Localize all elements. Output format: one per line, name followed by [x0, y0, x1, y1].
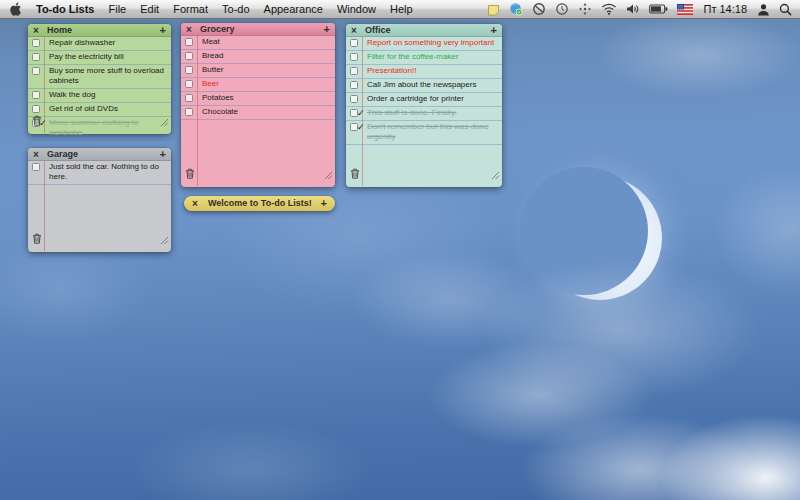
todo-item-text[interactable]: Butter [202, 65, 223, 74]
todo-item-text[interactable]: Report on something very important [367, 38, 494, 47]
spotlight-search-icon[interactable] [779, 0, 792, 19]
note-close-button[interactable]: × [33, 24, 39, 37]
todo-item-text[interactable]: Beer [202, 79, 219, 88]
checkbox-unchecked[interactable] [32, 163, 40, 171]
todo-item-text[interactable]: Call Jim about the newspapers [367, 80, 476, 89]
todo-item-text[interactable]: Don't remember but this was done urgentl… [367, 122, 489, 141]
note-titlebar[interactable]: ×Grocery+ [181, 23, 335, 36]
move-crosshair-icon[interactable] [578, 0, 592, 19]
menu-appearance[interactable]: Appearance [264, 3, 323, 15]
checkbox-unchecked[interactable] [350, 67, 358, 75]
todo-list: Report on something very importantFilter… [346, 37, 502, 145]
todo-item-text[interactable]: Repair dishwasher [49, 38, 115, 47]
checkbox-unchecked[interactable] [185, 38, 193, 46]
volume-icon[interactable] [626, 0, 640, 19]
resize-handle[interactable] [160, 113, 169, 131]
note-add-item-button[interactable]: + [160, 24, 166, 36]
todo-item-text[interactable]: Walk the dog [49, 90, 95, 99]
todo-item-text[interactable]: This stuff is done. Finally. [367, 108, 457, 117]
notes-layer: ×Home+Repair dishwasherPay the electrici… [0, 0, 800, 500]
menu-file[interactable]: File [108, 3, 126, 15]
checkbox-checked[interactable]: ✓ [350, 109, 358, 117]
note-title: Garage [47, 148, 78, 161]
checkbox-checked[interactable]: ✓ [350, 123, 358, 131]
collapsed-note-window[interactable]: ×Welcome to To-do Lists!+ [184, 196, 335, 211]
check-mark-icon: ✓ [357, 122, 365, 132]
note-add-item-button[interactable]: + [324, 23, 330, 35]
note-window[interactable]: ×Grocery+MeatBreadButterBeerPotatoesChoc… [181, 23, 335, 187]
user-icon[interactable] [757, 0, 770, 19]
todo-item-text[interactable]: Filter for the coffee-maker [367, 52, 458, 61]
battery-icon[interactable] [649, 0, 668, 19]
todo-item-text[interactable]: Order a cartridge for printer [367, 94, 464, 103]
note-title: Welcome to To-do Lists! [208, 196, 312, 211]
trash-icon[interactable] [185, 165, 195, 183]
todo-item-row: Walk the dog [28, 89, 171, 103]
note-window[interactable]: ×Office+Report on something very importa… [346, 24, 502, 187]
us-flag-icon[interactable] [677, 0, 693, 19]
todo-item-text[interactable]: Move summer clothing to wardrobe [49, 118, 138, 137]
checkbox-unchecked[interactable] [185, 108, 193, 116]
todo-item-row: ✓Move summer clothing to wardrobe [28, 117, 171, 141]
checkbox-unchecked[interactable] [185, 94, 193, 102]
checkbox-unchecked[interactable] [32, 53, 40, 61]
checkbox-unchecked[interactable] [350, 81, 358, 89]
wifi-icon[interactable] [601, 0, 617, 19]
note-title: Grocery [200, 23, 235, 36]
checkbox-unchecked[interactable] [350, 53, 358, 61]
note-titlebar[interactable]: ×Office+ [346, 24, 502, 37]
note-titlebar[interactable]: ×Home+ [28, 24, 171, 37]
sync-globe-icon[interactable] [509, 0, 523, 19]
note-add-item-button[interactable]: + [491, 24, 497, 36]
todo-item-text[interactable]: Pay the electricity bill [49, 52, 124, 61]
resize-handle[interactable] [324, 166, 333, 184]
do-not-disturb-icon[interactable] [532, 0, 546, 19]
trash-icon[interactable] [32, 112, 42, 130]
todo-item-text[interactable]: Buy some more stuff to overload cabinets [49, 66, 164, 85]
todo-item-text[interactable]: Presentation!! [367, 66, 416, 75]
checkbox-unchecked[interactable] [185, 80, 193, 88]
resize-handle[interactable] [160, 231, 169, 249]
checkbox-unchecked[interactable] [185, 66, 193, 74]
note-close-button[interactable]: × [33, 148, 39, 161]
checkbox-unchecked[interactable] [185, 52, 193, 60]
menu-bar: To-do Lists File Edit Format To-do Appea… [0, 0, 800, 19]
menu-format[interactable]: Format [173, 3, 208, 15]
menu-window[interactable]: Window [337, 3, 376, 15]
todo-item-text[interactable]: Chocolate [202, 107, 238, 116]
note-window[interactable]: ×Home+Repair dishwasherPay the electrici… [28, 24, 171, 134]
checkbox-unchecked[interactable] [350, 39, 358, 47]
trash-icon[interactable] [350, 165, 360, 183]
menu-todo[interactable]: To-do [222, 3, 250, 15]
note-add-item-button[interactable]: + [160, 148, 166, 160]
todo-item-row: Bread [181, 50, 335, 64]
todo-list: Just sold the car. Nothing to do here. [28, 161, 171, 185]
clock-icon[interactable] [555, 0, 569, 19]
todo-item-text[interactable]: Potatoes [202, 93, 234, 102]
note-add-item-button[interactable]: + [321, 196, 327, 210]
todo-item-text[interactable]: Meat [202, 37, 220, 46]
menu-app[interactable]: To-do Lists [36, 3, 94, 15]
note-close-button[interactable]: × [192, 196, 198, 211]
checkbox-unchecked[interactable] [32, 39, 40, 47]
todo-item-row: Buy some more stuff to overload cabinets [28, 65, 171, 89]
trash-icon[interactable] [32, 230, 42, 248]
sticky-note-icon[interactable] [487, 0, 500, 19]
menu-bar-clock[interactable]: Пт 14:18 [702, 3, 748, 15]
menu-help[interactable]: Help [390, 3, 413, 15]
todo-item-text[interactable]: Just sold the car. Nothing to do here. [49, 162, 159, 181]
resize-handle[interactable] [491, 166, 500, 184]
apple-menu-icon[interactable] [10, 0, 22, 19]
menu-edit[interactable]: Edit [140, 3, 159, 15]
note-window[interactable]: ×Garage+Just sold the car. Nothing to do… [28, 148, 171, 252]
todo-list: Repair dishwasherPay the electricity bil… [28, 37, 171, 141]
note-titlebar[interactable]: ×Garage+ [28, 148, 171, 161]
checkbox-unchecked[interactable] [32, 67, 40, 75]
todo-item-text[interactable]: Get rid of old DVDs [49, 104, 118, 113]
todo-item-row: Presentation!! [346, 65, 502, 79]
note-close-button[interactable]: × [351, 24, 357, 37]
note-close-button[interactable]: × [186, 23, 192, 36]
checkbox-unchecked[interactable] [32, 91, 40, 99]
checkbox-unchecked[interactable] [350, 95, 358, 103]
todo-item-text[interactable]: Bread [202, 51, 223, 60]
